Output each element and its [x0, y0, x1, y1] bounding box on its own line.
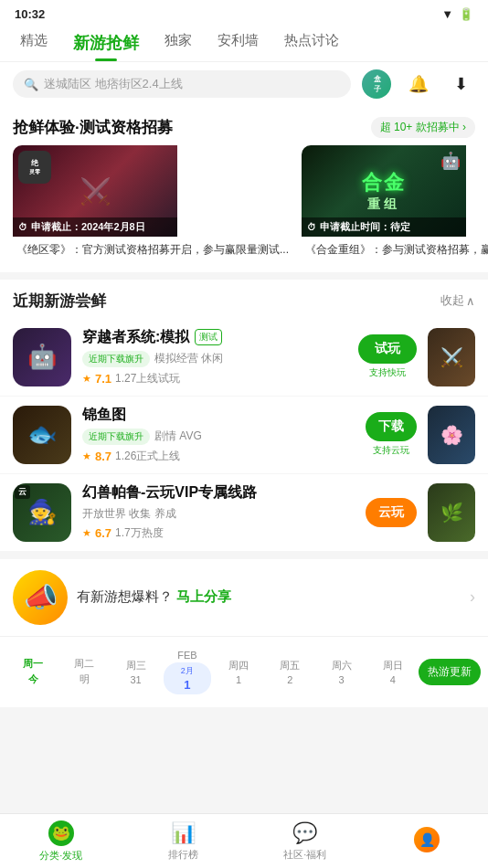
discover-icon: 🐸: [48, 820, 74, 846]
promo-link[interactable]: 马上分享: [176, 588, 231, 604]
recruit-section-header: 抢鲜体验·测试资格招募 超 10+ 款招募中 ›: [0, 106, 488, 145]
community-icon: 💬: [292, 821, 317, 845]
recent-title: 近期新游尝鲜: [13, 291, 106, 312]
game-item-jinyu: 🐟 锦鱼图 近期下载旗升 剧情 AVG ★ 8.7 1.26正式上线 下载 支持…: [0, 397, 488, 474]
action-sub-crosser: 支持快玩: [369, 366, 406, 379]
search-placeholder: 迷城陆区 地痞街区2.4上线: [44, 76, 183, 92]
game-info-pallu: 幻兽帕鲁-云玩VIP专属线路 开放世界 收集 养成 ★ 6.7 1.7万热度: [82, 483, 355, 541]
search-row: 🔍 迷城陆区 地痞街区2.4上线 盒子 🔔 ⬇: [0, 62, 488, 106]
ranking-icon: 📊: [171, 821, 196, 845]
game-thumb-jinyu[interactable]: 🐟: [13, 406, 71, 464]
nav-label-community: 社区·福利: [283, 848, 326, 862]
rating-crosser: 7.1: [95, 372, 111, 386]
action-crosser: 试玩 支持快玩: [358, 334, 417, 379]
hot-update-button[interactable]: 热游更新: [419, 659, 481, 685]
trial-button-crosser[interactable]: 试玩: [358, 334, 417, 364]
rating-pallu: 6.7: [95, 526, 111, 540]
search-input-wrap[interactable]: 🔍 迷城陆区 地痞街区2.4上线: [13, 70, 351, 98]
nav-item-ranking[interactable]: 📊 排行榜: [122, 814, 245, 868]
recruit-card-2[interactable]: 合金 重组 🤖 ⏱ 申请截止时间：待定 《合金重组》：参与测试资格招募，赢2月限…: [302, 145, 488, 261]
week-thu-name: 周四: [215, 659, 262, 672]
week-sat-name: 周六: [318, 659, 366, 672]
status-icons: ▼ 🔋: [441, 7, 473, 21]
week-day-feb1[interactable]: FEB 2月 1: [162, 646, 213, 698]
download-icon[interactable]: ⬇: [446, 69, 475, 99]
recruit-badge[interactable]: 超 10+ 款招募中 ›: [371, 117, 475, 138]
week-day-wednesday[interactable]: 周三 31: [111, 655, 162, 689]
divider-1: [0, 272, 488, 280]
nav-item-discover[interactable]: 🐸 分类·发现: [0, 814, 122, 868]
time: 10:32: [15, 7, 45, 21]
download-button-jinyu[interactable]: 下载: [366, 412, 417, 441]
search-magnifier-icon: 🔍: [24, 78, 38, 91]
genre-crosser: 模拟经营 休闲: [154, 351, 223, 366]
nav-item-community[interactable]: 💬 社区·福利: [244, 814, 366, 868]
week-day-sunday[interactable]: 周日 4: [367, 655, 419, 689]
cloud-button-pallu[interactable]: 云玩: [366, 498, 417, 527]
week-fri-sub: 2: [266, 674, 313, 685]
tab-featured[interactable]: 精选: [9, 25, 58, 61]
card2-desc: 《合金重组》：参与测试资格招募，赢2月限量测试资格: [302, 237, 488, 261]
week-fri-name: 周五: [266, 659, 313, 672]
user-avatar-icon[interactable]: 盒子: [362, 69, 391, 99]
chevron-up-icon: ∧: [466, 294, 475, 308]
status-bar: 10:32 ▼ 🔋: [0, 0, 488, 25]
game-thumb-crosser[interactable]: 🤖: [13, 328, 71, 386]
game-info-crosser: 穿越者系统:模拟 测试 近期下载旗升 模拟经营 休闲 ★ 7.1 1.27上线试…: [82, 328, 347, 386]
promo-banner[interactable]: 📣 有新游想爆料？ 马上分享 ›: [0, 559, 488, 636]
tab-discussion[interactable]: 热点讨论: [273, 25, 350, 61]
nav-label-discover: 分类·发现: [39, 849, 82, 863]
rating-jinyu: 8.7: [95, 450, 111, 463]
recruit-cards-scroll[interactable]: ⚔️ 绝 灵零 ⏱ 申请截止：2024年2月8日 《绝区零》：官方测试资格招募开…: [0, 145, 488, 272]
week-feb-month: 2月: [169, 665, 206, 677]
game-thumb-pallu[interactable]: 🧙 云: [13, 483, 71, 542]
nav-item-profile[interactable]: 👤: [366, 814, 489, 868]
card1-desc: 《绝区零》：官方测试资格招募开启，参与赢限量测试...: [13, 237, 292, 261]
game-name-pallu: 幻兽帕鲁-云玩VIP专属线路: [82, 483, 257, 503]
nav-tabs: 精选 新游抢鲜 独家 安利墙 热点讨论: [0, 25, 488, 62]
week-sun-sub: 4: [369, 674, 417, 685]
recruit-badge-text: 超 10+ 款招募中 ›: [380, 121, 466, 133]
side-preview-pallu: 🌿: [428, 483, 475, 542]
bottom-nav: 🐸 分类·发现 📊 排行榜 💬 社区·福利 👤: [0, 813, 488, 868]
profile-avatar: 👤: [414, 827, 440, 852]
week-mon-name: 周一: [9, 657, 57, 671]
promo-mascot: 📣: [13, 570, 68, 625]
tab-exclusive[interactable]: 独家: [154, 25, 203, 61]
stars-crosser: ★: [82, 373, 91, 385]
tab-new-games[interactable]: 新游抢鲜: [62, 25, 150, 61]
week-wed-sub: 31: [112, 674, 160, 685]
week-sat-sub: 3: [318, 674, 366, 685]
cloud-badge-pallu: 云: [15, 485, 30, 499]
week-wed-name: 周三: [112, 659, 160, 672]
promo-text: 有新游想爆料？ 马上分享: [77, 588, 461, 606]
game-item-pallu: 🧙 云 幻兽帕鲁-云玩VIP专属线路 开放世界 收集 养成 ★ 6.7 1.7万…: [0, 474, 488, 552]
search-action-icons: 盒子 🔔 ⬇: [362, 69, 475, 99]
week-mon-sub: 今: [9, 672, 57, 686]
week-day-thursday[interactable]: 周四 1: [213, 655, 264, 689]
hot-tag-crosser: 近期下载旗升: [82, 351, 150, 367]
week-tue-sub: 明: [60, 672, 108, 686]
week-tue-name: 周二: [60, 657, 108, 671]
recruit-title: 抢鲜体验·测试资格招募: [13, 117, 173, 138]
week-sun-name: 周日: [369, 659, 417, 672]
week-day-friday[interactable]: 周五 2: [264, 655, 315, 689]
week-bar: 周一 今 周二 明 周三 31 FEB 2月 1 周四 1 周五 2 周六: [0, 636, 488, 707]
action-sub-jinyu: 支持云玩: [373, 444, 409, 457]
game-item-crosser: 🤖 穿越者系统:模拟 测试 近期下载旗升 模拟经营 休闲 ★ 7.1 1.27上…: [0, 319, 488, 397]
notification-icon[interactable]: 🔔: [404, 69, 433, 99]
game-name-jinyu: 锦鱼图: [82, 406, 126, 425]
collapse-label: 收起: [440, 292, 464, 309]
rating-desc-jinyu: 1.26正式上线: [115, 449, 180, 464]
recruit-card-1[interactable]: ⚔️ 绝 灵零 ⏱ 申请截止：2024年2月8日 《绝区零》：官方测试资格招募开…: [13, 145, 292, 261]
action-pallu: 云玩: [366, 498, 417, 527]
tab-recommend[interactable]: 安利墙: [207, 25, 270, 61]
wifi-icon: ▼: [441, 7, 453, 21]
week-day-saturday[interactable]: 周六 3: [316, 655, 367, 689]
card1-deadline: 申请截止：2024年2月8日: [31, 220, 145, 234]
collapse-button[interactable]: 收起 ∧: [440, 292, 475, 309]
battery-icon: 🔋: [459, 7, 473, 21]
week-day-tuesday[interactable]: 周二 明: [58, 653, 110, 690]
week-day-monday[interactable]: 周一 今: [7, 653, 58, 690]
week-feb-label: FEB: [164, 650, 211, 661]
